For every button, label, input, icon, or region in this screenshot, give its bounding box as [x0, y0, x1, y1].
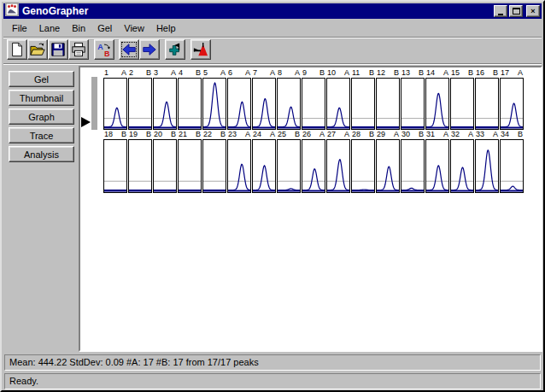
menu-item-gel[interactable]: Gel: [91, 21, 118, 35]
status-bar: Ready.: [4, 373, 541, 389]
menu-item-help[interactable]: Help: [150, 21, 182, 35]
menu-item-view[interactable]: View: [118, 21, 150, 35]
lane-allele: B: [121, 131, 126, 138]
lane-trace-panel-23[interactable]: [227, 139, 251, 193]
lane-cell-16: 16B: [475, 69, 499, 130]
close-button[interactable]: ×: [526, 5, 540, 17]
lane-trace-panel-20[interactable]: [153, 139, 177, 193]
sidebar-button-thumbnail[interactable]: Thumbnail: [9, 90, 74, 106]
open-folder-button[interactable]: [27, 39, 48, 60]
lane-trace-panel-2[interactable]: [128, 78, 152, 130]
menu-item-bin[interactable]: Bin: [66, 21, 91, 35]
add-marker-icon: [167, 42, 183, 57]
lane-trace-panel-6[interactable]: [227, 78, 251, 130]
lane-number: 5: [203, 69, 208, 77]
lane-label-32: 32A: [450, 131, 474, 138]
lane-trace-panel-5[interactable]: [202, 78, 226, 130]
statistics-bar: Mean: 444.22 StdDev: 0.09 #A: 17 #B: 17 …: [4, 354, 541, 371]
lane-trace-panel-18[interactable]: [103, 139, 127, 193]
sidebar-button-graph[interactable]: Graph: [9, 108, 74, 125]
lane-cell-33: 33A: [475, 131, 499, 193]
lane-trace-panel-4[interactable]: [178, 78, 202, 130]
app-window: GenoGrapher × FileLaneBinGelViewHelp AB …: [0, 0, 545, 392]
lane-trace-panel-3[interactable]: [153, 78, 177, 130]
menu-item-file[interactable]: File: [6, 21, 33, 35]
lane-trace-panel-15[interactable]: [450, 78, 474, 130]
status-message: Ready.: [9, 376, 38, 386]
lane-trace-panel-17[interactable]: [500, 78, 524, 130]
lane-allele: A: [443, 131, 448, 138]
print-button[interactable]: [68, 39, 89, 60]
lane-trace-panel-11[interactable]: [351, 78, 375, 130]
lane-allele: A: [270, 69, 275, 77]
arrow-left-button[interactable]: [119, 39, 139, 60]
lane-cell-18: 18B: [103, 131, 127, 193]
arrow-right-button[interactable]: [139, 39, 160, 60]
lane-number: 12: [377, 69, 385, 77]
lane-trace-panel-12[interactable]: [376, 78, 400, 130]
lane-trace-panel-28[interactable]: [351, 139, 375, 193]
lane-trace-panel-13[interactable]: [401, 78, 425, 130]
lane-trace-panel-7[interactable]: [252, 78, 276, 130]
lane-number: 11: [352, 69, 360, 77]
lane-cell-30: 30B: [401, 131, 425, 193]
toolbar: AB: [3, 38, 542, 63]
sidebar-button-gel[interactable]: Gel: [9, 71, 74, 87]
lane-trace-panel-16[interactable]: [475, 78, 499, 130]
lane-allele: B: [319, 69, 325, 77]
new-document-button[interactable]: [7, 39, 27, 60]
maximize-button[interactable]: [509, 5, 523, 17]
lane-trace-panel-10[interactable]: [326, 78, 350, 130]
lane-label-12: 12B: [376, 69, 400, 77]
lane-label-15: 15B: [450, 69, 474, 77]
bin-marker-button[interactable]: [190, 39, 211, 60]
lane-label-7: 7A: [252, 69, 276, 77]
threshold-slider-track[interactable]: [91, 77, 97, 130]
add-marker-button[interactable]: [165, 39, 185, 60]
lane-trace-panel-30[interactable]: [401, 139, 425, 193]
minimize-button[interactable]: [494, 5, 507, 17]
lane-trace-panel-33[interactable]: [475, 139, 499, 193]
lane-trace-panel-9[interactable]: [302, 78, 325, 130]
lane-number: 21: [179, 131, 187, 138]
lane-trace-panel-14[interactable]: [425, 78, 449, 130]
new-document-icon: [9, 42, 25, 57]
lane-label-21: 21B: [178, 131, 202, 138]
lane-cell-28: 28B: [351, 131, 375, 193]
lane-trace-panel-22[interactable]: [202, 139, 226, 193]
lane-allele: B: [419, 69, 424, 77]
lane-trace-panel-27[interactable]: [326, 139, 350, 193]
lane-trace-panel-34[interactable]: [500, 139, 524, 193]
sidebar-button-trace[interactable]: Trace: [9, 127, 74, 143]
lane-trace-panel-25[interactable]: [277, 139, 301, 193]
lane-trace-panel-8[interactable]: [277, 78, 301, 130]
lane-cell-20: 20B: [153, 131, 177, 193]
save-button[interactable]: [48, 39, 68, 60]
rename-ab-button[interactable]: AB: [94, 39, 114, 60]
minimize-icon: [498, 14, 503, 15]
lane-number: 13: [401, 69, 410, 77]
menu-bar: FileLaneBinGelViewHelp: [3, 20, 542, 36]
lane-trace-panel-31[interactable]: [425, 139, 449, 193]
lane-label-3: 3A: [153, 69, 177, 77]
lane-number: 2: [129, 69, 133, 77]
sidebar-button-analysis[interactable]: Analysis: [9, 146, 74, 162]
threshold-slider-handle[interactable]: [81, 117, 91, 127]
lane-trace-panel-19[interactable]: [128, 139, 152, 193]
lane-label-28: 28B: [351, 131, 375, 138]
lane-trace-panel-26[interactable]: [302, 139, 325, 193]
lane-trace-panel-21[interactable]: [178, 139, 202, 193]
statistics-text: Mean: 444.22 StdDev: 0.09 #A: 17 #B: 17 …: [9, 357, 259, 367]
lane-cell-8: 8A: [277, 69, 301, 130]
title-bar: GenoGrapher ×: [3, 3, 542, 19]
lane-number: 29: [377, 131, 385, 138]
lane-number: 34: [501, 131, 509, 138]
lane-trace-panel-32[interactable]: [450, 139, 474, 193]
menu-item-lane[interactable]: Lane: [33, 21, 66, 35]
lane-trace-panel-1[interactable]: [103, 78, 127, 130]
arrow-left-icon: [121, 42, 137, 57]
lane-trace-panel-29[interactable]: [376, 139, 400, 193]
lane-label-11: 11B: [351, 69, 375, 77]
lane-trace-panel-24[interactable]: [252, 139, 276, 193]
lane-label-27: 27A: [326, 131, 350, 138]
